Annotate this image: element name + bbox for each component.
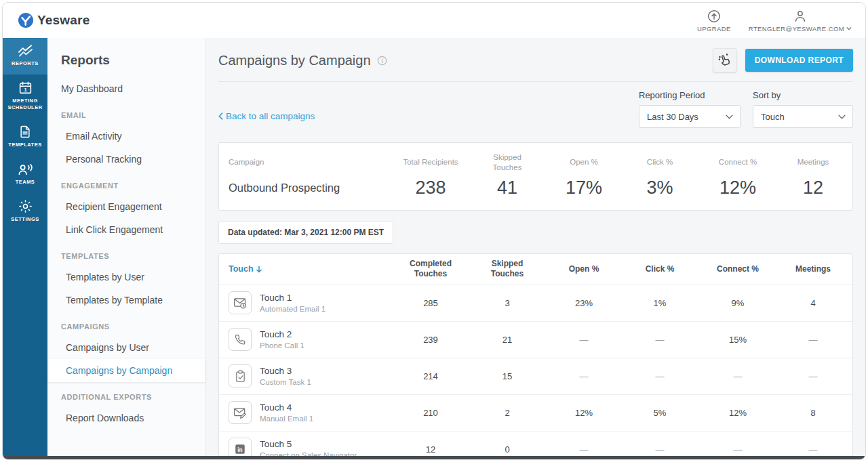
svg-text:in: in [237,447,242,453]
rail-item-templates[interactable]: TEMPLATES [3,119,47,156]
page-header: Campaigns by Campaign DOWNLOAD REPORT [218,38,853,82]
icon-rail: REPORTS 1 MEETING SCHEDULER TEMPLATES TE… [3,38,47,456]
touch-title: Touch 1 [260,293,326,303]
column-header-open[interactable]: Open % [546,264,622,275]
chevron-down-icon [726,114,733,119]
touch-subtitle: Phone Call 1 [260,341,304,350]
column-header-completed-touches[interactable]: Completed Touches [393,259,469,280]
column-header-touch[interactable]: Touch [229,264,393,274]
skipped-touches-value: 0 [469,444,546,455]
phone-call-icon [229,328,252,351]
table-row-touch-4[interactable]: Touch 4 Manual Email 1 210 2 12% 5% 12% … [219,394,852,431]
sidebar-item-recipient-engagement[interactable]: Recipient Engagement [47,195,205,218]
upgrade-button[interactable]: UPGRADE [697,9,731,33]
column-header-click[interactable]: Click % [622,264,698,275]
connect-pct-value: 12% [698,408,778,418]
meetings-value: 8 [778,408,848,418]
connect-pct-value: 15% [698,335,778,345]
open-pct-value: 12% [546,408,622,418]
table-row-touch-2[interactable]: Touch 2 Phone Call 1 239 21 — — 15% — [219,321,852,358]
sidebar-item-my-dashboard[interactable]: My Dashboard [47,77,205,100]
click-pct-value: — [622,371,698,381]
download-report-button[interactable]: DOWNLOAD REPORT [745,49,853,72]
summary-header-campaign: Campaign [229,157,393,167]
custom-task-icon [229,364,252,387]
info-icon[interactable] [377,56,387,66]
reporting-period-select[interactable]: Last 30 Days [639,105,741,128]
sidebar-item-campaigns-by-campaign[interactable]: Campaigns by Campaign [47,359,205,382]
sidebar-section-additional-exports: ADDITIONAL EXPORTS [47,382,205,406]
click-pct-value: 1% [622,298,698,308]
rail-item-settings[interactable]: SETTINGS [3,193,47,230]
upgrade-label: UPGRADE [697,25,731,33]
summary-header-total-recipients: Total Recipients [393,157,469,167]
sidebar-item-report-downloads[interactable]: Report Downloads [47,406,205,429]
connect-pct-value: — [698,371,778,381]
touch-subtitle: Manual Email 1 [260,415,313,423]
skipped-touches-value: 3 [469,298,546,308]
touches-table: Touch Completed Touches Skipped Touches … [218,253,853,460]
summary-connect-pct: 12% [698,177,778,198]
rail-item-teams[interactable]: TEAMS [3,156,47,193]
table-row-touch-3[interactable]: Touch 3 Custom Task 1 214 15 — — — — [219,358,852,394]
sidebar-section-email: EMAIL [47,100,205,125]
completed-touches-value: 210 [393,408,469,418]
sort-by-label: Sort by [753,90,853,100]
summary-header-meetings: Meetings [778,157,848,167]
sort-down-icon [256,266,262,273]
open-pct-value: — [546,335,622,345]
people-icon [18,163,33,176]
skipped-touches-value: 2 [469,408,546,418]
touch-title: Touch 5 [260,439,357,449]
line-chart-icon [18,44,33,58]
sidebar-item-email-activity[interactable]: Email Activity [47,125,205,148]
window-bottom-edge [3,456,865,459]
app-window: Yesware UPGRADE RTENGLER@YESWARE.COM [2,2,866,460]
svg-text:1: 1 [24,87,26,93]
sidebar-section-templates: TEMPLATES [47,241,205,266]
column-header-connect[interactable]: Connect % [698,264,778,275]
touch-title: Touch 3 [260,366,311,376]
connect-pct-value: 9% [698,298,778,308]
summary-header-click: Click % [622,157,698,167]
sidebar-item-templates-by-template[interactable]: Templates by Template [47,289,205,312]
account-menu[interactable]: RTENGLER@YESWARE.COM [749,9,852,33]
skipped-touches-value: 15 [469,371,546,381]
completed-touches-value: 214 [393,371,469,381]
summary-campaign-name: Outbound Prospecting [229,182,393,194]
table-row-touch-1[interactable]: Touch 1 Automated Email 1 285 3 23% 1% 9… [219,285,852,321]
summary-header-skipped-touches: Skipped Touches [469,152,546,173]
yesware-logo-icon [18,12,34,28]
main-content: Campaigns by Campaign DOWNLOAD REPORT [206,38,865,456]
product-tour-button[interactable] [713,48,737,72]
open-pct-value: 23% [546,298,622,308]
upgrade-icon [707,9,722,24]
yesware-logo[interactable]: Yesware [18,12,90,28]
completed-touches-value: 12 [393,444,469,455]
open-pct-value: — [546,444,622,455]
page-title: Campaigns by Campaign [218,53,371,68]
column-header-meetings[interactable]: Meetings [778,264,848,275]
connect-pct-value: — [698,444,778,455]
summary-header-open: Open % [546,157,622,167]
meetings-value: — [778,371,848,381]
filter-row: Back to all campaigns Reporting Period L… [218,82,853,128]
rail-item-reports[interactable]: REPORTS [3,38,47,75]
sidebar-item-personal-tracking[interactable]: Personal Tracking [47,148,205,171]
manual-email-icon [229,401,252,424]
column-header-skipped-touches[interactable]: Skipped Touches [469,259,546,280]
click-pct-value: — [622,335,698,345]
touch-subtitle: Custom Task 1 [260,378,311,386]
rail-item-meeting-scheduler[interactable]: 1 MEETING SCHEDULER [3,75,47,119]
back-to-all-campaigns-link[interactable]: Back to all campaigns [218,111,315,121]
sort-by-select[interactable]: Touch [753,105,853,128]
brand-name: Yesware [37,13,90,28]
chevron-down-icon [846,26,852,30]
sidebar-item-link-click-engagement[interactable]: Link Click Engagement [47,218,205,241]
sidebar-item-templates-by-user[interactable]: Templates by User [47,266,205,289]
meetings-value: 4 [778,298,848,308]
reporting-period-label: Reporting Period [639,90,741,100]
sidebar-item-campaigns-by-user[interactable]: Campaigns by User [47,336,205,359]
account-email: RTENGLER@YESWARE.COM [749,25,844,33]
completed-touches-value: 285 [393,298,469,308]
